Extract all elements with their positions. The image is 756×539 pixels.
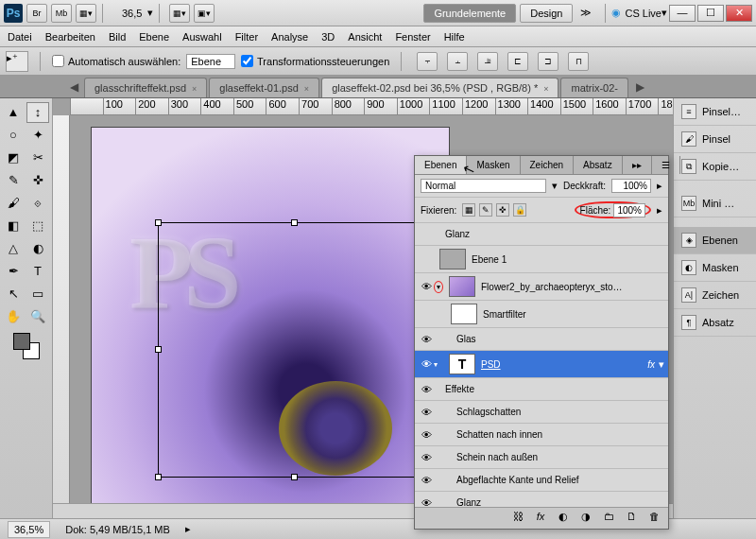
transform-handle[interactable] [155, 346, 162, 353]
lock-all-icon[interactable]: 🔒 [513, 203, 526, 217]
panel-menu-button[interactable]: ☰ [652, 156, 680, 174]
layer-thumbnail[interactable] [439, 249, 466, 270]
tool-button[interactable]: ⟐ [26, 193, 49, 214]
menu-auswahl[interactable]: Auswahl [182, 31, 222, 43]
visibility-toggle-icon[interactable]: 👁 [419, 475, 434, 486]
dock-item[interactable]: ¶Absatz [674, 309, 756, 337]
layer-thumbnail[interactable]: T [449, 354, 475, 374]
layer-row[interactable]: 👁Schlagschatten [415, 401, 668, 424]
tool-button[interactable]: 🔍 [26, 306, 49, 327]
doc-tab[interactable]: glaseffekt-01.psd× [209, 78, 319, 97]
visibility-toggle-icon[interactable]: 👁 [419, 407, 434, 418]
menu-datei[interactable]: Datei [8, 31, 32, 43]
layer-name[interactable]: Glanz [445, 229, 664, 239]
close-icon[interactable]: × [192, 84, 197, 94]
workspace-design-button[interactable]: Design [520, 4, 573, 23]
transform-bounding-box[interactable] [158, 222, 432, 478]
close-button[interactable]: ✕ [726, 5, 752, 22]
visibility-toggle-icon[interactable]: 👁 [419, 429, 434, 441]
layer-row[interactable]: 👁Schatten nach innen [415, 424, 668, 446]
tool-button[interactable]: ✋ [2, 306, 25, 327]
layer-row[interactable]: 👁Effekte [415, 378, 668, 401]
maximize-button[interactable]: ☐ [697, 5, 724, 22]
zoom-field[interactable]: 36,5 [116, 6, 147, 21]
align-button-4[interactable]: ⊏ [507, 52, 528, 71]
layer-row[interactable]: 👁▾TPSDfx▾ [415, 351, 668, 378]
ruler-horizontal[interactable]: 1002003004005006007008009001000110012001… [70, 98, 756, 115]
auto-select-target-select[interactable]: Ebene [186, 54, 235, 69]
layer-name[interactable]: PSD [481, 359, 647, 370]
adjustment-layer-icon[interactable]: ◑ [577, 511, 594, 526]
align-button-1[interactable]: ⫟ [417, 52, 438, 71]
current-tool-icon[interactable]: ▸⁺ [6, 51, 28, 72]
layer-row[interactable]: Smartfilter [415, 301, 668, 328]
doc-tab-active[interactable]: glaseffekt-02.psd bei 36,5% (PSD , RGB/8… [321, 78, 558, 97]
tool-button[interactable]: ✒ [2, 261, 25, 282]
layer-name[interactable]: Ebene 1 [472, 254, 664, 265]
menu-analyse[interactable]: Analyse [271, 31, 308, 43]
layer-style-icon[interactable]: fx [532, 511, 549, 526]
layer-group-icon[interactable]: 🗀 [600, 511, 617, 526]
workspace-more-button[interactable]: ≫ [573, 4, 599, 22]
layer-row[interactable]: 👁▾Flower2_by_archaeopteryx_sto… [415, 273, 668, 301]
lock-position-icon[interactable]: ✜ [496, 203, 509, 217]
tab-scroll-left[interactable]: ◀ [64, 77, 84, 97]
align-button-5[interactable]: ⊐ [538, 52, 558, 71]
tool-button[interactable]: ▲ [2, 102, 25, 123]
cslive-button[interactable]: CS Live [625, 8, 662, 19]
tab-zeichen[interactable]: Zeichen [521, 156, 575, 174]
layer-row[interactable]: 👁Glanz [415, 492, 668, 507]
menu-bild[interactable]: Bild [109, 31, 126, 43]
transform-handle[interactable] [155, 219, 162, 226]
layer-name[interactable]: Effekte [445, 384, 664, 394]
canvas-document[interactable]: PS [91, 127, 450, 505]
link-layers-icon[interactable]: ⛓ [509, 511, 526, 526]
twirl-icon[interactable]: ▾ [437, 283, 440, 291]
menu-bearbeiten[interactable]: Bearbeiten [45, 31, 95, 43]
tool-button[interactable]: T [26, 261, 49, 282]
tool-button[interactable]: ⬚ [26, 216, 49, 236]
layer-row[interactable]: 👁Schein nach außen [415, 446, 668, 469]
tool-button[interactable]: △ [2, 238, 25, 259]
tool-button[interactable]: ◧ [2, 216, 25, 236]
panel-collapse-button[interactable]: ▸▸ [623, 156, 652, 174]
close-icon[interactable]: × [543, 84, 548, 94]
visibility-toggle-icon[interactable]: 👁 [419, 334, 434, 345]
minibridge-button[interactable]: Mb [51, 4, 72, 23]
delete-layer-icon[interactable]: 🗑 [645, 511, 662, 526]
status-zoom[interactable]: 36,5% [8, 521, 50, 538]
tab-absatz[interactable]: Absatz [574, 156, 623, 174]
layer-name[interactable]: Abgeflachte Kante und Relief [456, 475, 664, 485]
menu-ebene[interactable]: Ebene [139, 31, 169, 43]
layer-name[interactable]: Schein nach außen [456, 452, 664, 462]
dock-item[interactable]: ≡Pinsel… [674, 98, 756, 126]
tool-button[interactable]: 🖌 [2, 193, 25, 214]
doc-tab[interactable]: glasschrifteffekt.psd× [84, 78, 207, 97]
align-button-2[interactable]: ⫠ [447, 52, 468, 71]
layer-row[interactable]: Ebene 1 [415, 246, 668, 273]
layer-name[interactable]: Smartfilter [483, 309, 664, 320]
layer-row[interactable]: 👁Glas [415, 328, 668, 351]
blend-mode-select[interactable]: Normal [421, 179, 546, 193]
layer-mask-icon[interactable]: ◐ [555, 511, 572, 526]
menu-ansicht[interactable]: Ansicht [348, 31, 382, 43]
lock-pixels-icon[interactable]: ✎ [479, 203, 492, 217]
layer-name[interactable]: Schatten nach innen [456, 429, 664, 440]
layer-row[interactable]: Glanz [415, 223, 668, 246]
tool-button[interactable]: ▭ [26, 284, 49, 304]
visibility-toggle-icon[interactable]: 👁 [419, 384, 434, 395]
dock-item[interactable]: ⧉Kopie… [674, 153, 756, 181]
color-swatch[interactable] [13, 333, 40, 359]
dock-item[interactable]: ◐Masken [674, 254, 756, 282]
align-button-3[interactable]: ⫡ [477, 52, 498, 71]
auto-select-checkbox[interactable]: Automatisch auswählen: [52, 55, 180, 67]
layer-name[interactable]: Schlagschatten [456, 407, 664, 417]
layer-row[interactable]: 👁Abgeflachte Kante und Relief [415, 469, 668, 492]
twirl-icon[interactable]: ▾ [434, 360, 443, 369]
tool-button[interactable]: ↕ [26, 102, 49, 123]
opacity-input[interactable]: 100% [611, 179, 651, 193]
doc-tab[interactable]: matrix-02- [560, 78, 628, 97]
visibility-toggle-icon[interactable]: 👁 [419, 452, 434, 463]
tool-button[interactable]: ✎ [2, 170, 25, 191]
layer-thumbnail[interactable] [449, 276, 475, 297]
